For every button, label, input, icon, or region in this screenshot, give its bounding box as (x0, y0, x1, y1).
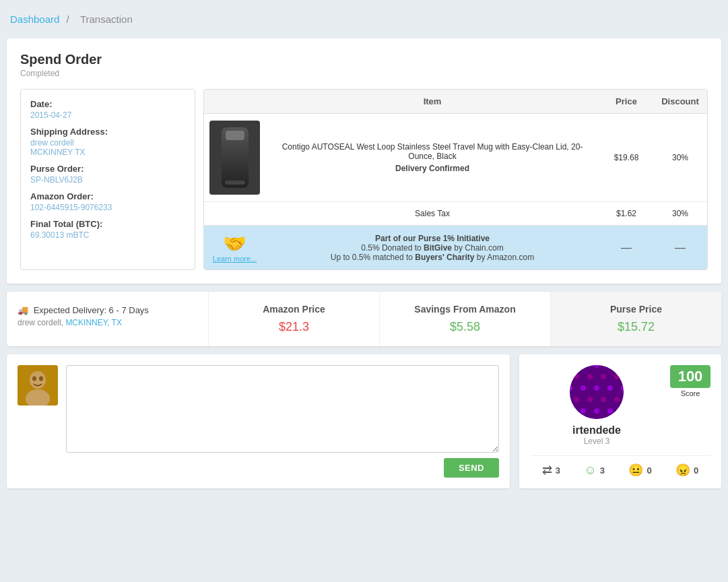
comment-card: SEND (7, 354, 510, 488)
negative-count: 0 (694, 465, 698, 476)
delivery-sub: drew cordell, MCKINNEY, TX (18, 318, 197, 327)
order-title: Spend Order (20, 52, 708, 67)
purse-discount-dash: — (653, 226, 707, 270)
header-discount: Discount (653, 90, 707, 114)
final-total-label: Final Total (BTC): (30, 219, 185, 229)
amazon-order-label: Amazon Order: (30, 191, 185, 201)
amazon-order-value: 102-6445915-9076233 (30, 203, 185, 212)
shipping-label: Shipping Address: (30, 127, 185, 137)
city-link[interactable]: MCKINNEY, TX (65, 318, 122, 327)
delivery-info: 🚚 Expected Delivery: 6 - 7 Days drew cor… (7, 292, 209, 346)
positive-count: 3 (600, 465, 605, 476)
purse-price-label: Purse Price (563, 304, 709, 315)
textarea-wrap: SEND (66, 365, 499, 478)
comment-textarea[interactable] (66, 365, 499, 453)
purse-text: Part of our Purse 1% Initiative 0.5% Don… (265, 226, 599, 270)
amazon-price-label: Amazon Price (221, 304, 367, 315)
smile-icon: ☺ (584, 463, 596, 478)
truck-icon: 🚚 (18, 305, 28, 315)
purse-initiative-row: 🤝 Learn more... Part of our Purse 1% Ini… (204, 226, 707, 270)
product-discount: 30% (653, 114, 707, 202)
purse-price-value: $15.72 (563, 320, 709, 334)
delivery-card: 🚚 Expected Delivery: 6 - 7 Days drew cor… (7, 292, 721, 346)
purse-order-value: SP-NBLV6J2B (30, 175, 185, 185)
neutral-count: 0 (647, 465, 651, 476)
send-button[interactable]: SEND (444, 458, 499, 478)
shipping-name: drew cordell (30, 138, 185, 148)
learn-more-link[interactable]: Learn more... (209, 255, 260, 263)
order-card: Spend Order Completed Date: 2015-04-27 S… (7, 38, 721, 284)
neutral-stat: 😐 0 (628, 463, 651, 478)
order-status: Completed (20, 69, 708, 78)
savings-label: Savings From Amazon (392, 304, 538, 315)
dashboard-link[interactable]: Dashboard (10, 13, 59, 25)
bottom-section: SEND irtendede Level 3 100 (7, 354, 721, 488)
user-avatar-box (18, 365, 58, 406)
svg-point-3 (32, 377, 36, 381)
positive-stat: ☺ 3 (584, 463, 605, 478)
savings-value: $5.58 (392, 320, 538, 334)
score-label: Score (670, 389, 710, 397)
header-item: Item (265, 90, 599, 114)
product-image (209, 121, 260, 195)
delivery-label: 🚚 Expected Delivery: 6 - 7 Days (18, 305, 197, 315)
user-level: Level 3 (530, 437, 663, 446)
order-table: Item Price Discount Conti (204, 90, 707, 269)
order-info-panel: Date: 2015-04-27 Shipping Address: drew … (20, 89, 195, 270)
avatar (18, 365, 58, 406)
final-total-value: 69.30013 mBTC (30, 230, 185, 240)
purse-icon: 🤝 (209, 232, 260, 255)
header-price: Price (599, 90, 653, 114)
frown-icon: 😠 (675, 463, 690, 478)
transfers-stat: ⇄ 3 (542, 463, 560, 478)
negative-stat: 😠 0 (675, 463, 698, 478)
score-badge: 100 (670, 365, 710, 388)
date-value: 2015-04-27 (30, 110, 185, 120)
date-label: Date: (30, 99, 185, 109)
avatar-svg (18, 365, 58, 406)
order-table-wrap: Item Price Discount Conti (203, 89, 708, 270)
tax-discount: 30% (653, 202, 707, 226)
table-row: Sales Tax $1.62 30% (204, 202, 707, 226)
tax-label: Sales Tax (265, 202, 599, 226)
user-name: irtendede (530, 424, 663, 437)
neutral-icon: 😐 (628, 463, 643, 478)
product-price: $19.68 (599, 114, 653, 202)
score-card: irtendede Level 3 100 Score ⇄ 3 ☺ 3 😐 (519, 354, 721, 488)
savings-box: Savings From Amazon $5.58 (380, 292, 551, 346)
score-stats: ⇄ 3 ☺ 3 😐 0 😠 0 (530, 455, 710, 478)
shipping-city: MCKINNEY TX (30, 148, 185, 157)
purse-price-box: Purse Price $15.72 (551, 292, 721, 346)
user-avatar (570, 365, 624, 419)
svg-point-4 (39, 377, 43, 381)
transfers-count: 3 (556, 465, 560, 476)
amazon-price-value: $21.3 (221, 320, 367, 334)
tax-price: $1.62 (599, 202, 653, 226)
table-row: Contigo AUTOSEAL West Loop Stainless Ste… (204, 114, 707, 202)
price-summary: Amazon Price $21.3 Savings From Amazon $… (209, 292, 721, 346)
breadcrumb: Dashboard / Transaction (7, 7, 721, 32)
transfers-icon: ⇄ (542, 463, 552, 478)
breadcrumb-separator: / (67, 13, 69, 25)
purse-order-label: Purse Order: (30, 164, 185, 174)
product-name: Contigo AUTOSEAL West Loop Stainless Ste… (265, 114, 599, 202)
purse-price-dash: — (599, 226, 653, 270)
amazon-price-box: Amazon Price $21.3 (209, 292, 380, 346)
breadcrumb-current: Transaction (80, 13, 133, 25)
